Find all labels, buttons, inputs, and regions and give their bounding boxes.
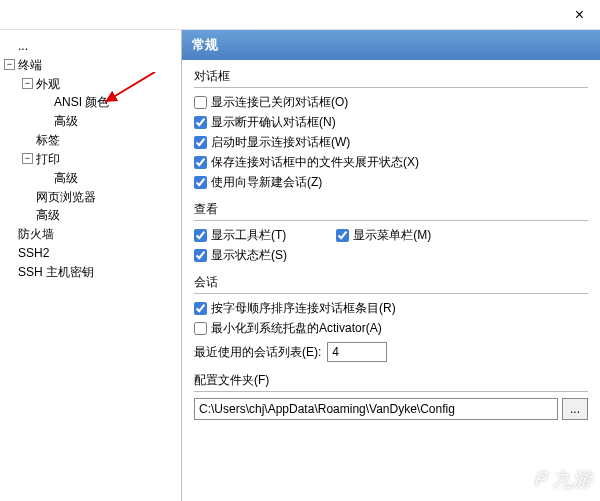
checkbox-show-statusbar[interactable] — [194, 249, 207, 262]
checkbox-show-connect-on-start[interactable] — [194, 136, 207, 149]
expand-icon[interactable]: − — [22, 153, 33, 164]
browse-button[interactable]: ... — [562, 398, 588, 420]
checkbox-label: 保存连接对话框中的文件夹展开状态(X) — [211, 154, 419, 171]
tree-item-advanced[interactable]: 高级 — [54, 114, 78, 128]
checkbox-show-menubar[interactable] — [336, 229, 349, 242]
expand-icon[interactable]: − — [22, 78, 33, 89]
group-title-session: 会话 — [194, 274, 588, 291]
tree-item-tabs[interactable]: 标签 — [36, 133, 60, 147]
checkbox-show-closed-dialog[interactable] — [194, 96, 207, 109]
tree-item-ansi[interactable]: ANSI 颜色 — [54, 95, 109, 109]
close-icon[interactable]: × — [567, 2, 592, 28]
tree-item-advanced[interactable]: 高级 — [54, 171, 78, 185]
config-folder-input[interactable] — [194, 398, 558, 420]
checkbox-label: 启动时显示连接对话框(W) — [211, 134, 350, 151]
checkbox-use-wizard[interactable] — [194, 176, 207, 189]
checkbox-disconnect-confirm[interactable] — [194, 116, 207, 129]
group-title-view: 查看 — [194, 201, 588, 218]
checkbox-minimize-tray[interactable] — [194, 322, 207, 335]
tree-item-advanced[interactable]: 高级 — [36, 208, 60, 222]
checkbox-label: 显示断开确认对话框(N) — [211, 114, 336, 131]
checkbox-label: 显示菜单栏(M) — [353, 227, 431, 244]
checkbox-sort-alpha[interactable] — [194, 302, 207, 315]
tree-item-webbrowser[interactable]: 网页浏览器 — [36, 189, 96, 203]
tree-item-appearance[interactable]: 外观 — [36, 76, 60, 90]
checkbox-label: 按字母顺序排序连接对话框条目(R) — [211, 300, 396, 317]
tree-item-firewall[interactable]: 防火墙 — [18, 227, 54, 241]
panel-header: 常规 — [182, 30, 600, 60]
expand-icon[interactable]: − — [4, 59, 15, 70]
checkbox-show-toolbar[interactable] — [194, 229, 207, 242]
checkbox-save-folder-state[interactable] — [194, 156, 207, 169]
recent-sessions-label: 最近使用的会话列表(E): — [194, 344, 321, 361]
group-title-dialog: 对话框 — [194, 68, 588, 85]
category-tree: ... −终端 −外观 ANSI 颜色 高级 标签 −打印 — [0, 30, 182, 501]
tree-item[interactable]: ... — [18, 39, 28, 53]
tree-item-sshkey[interactable]: SSH 主机密钥 — [18, 265, 94, 279]
group-title-config: 配置文件夹(F) — [194, 372, 588, 389]
checkbox-label: 最小化到系统托盘的Activator(A) — [211, 320, 382, 337]
tree-item-terminal[interactable]: 终端 — [18, 58, 42, 72]
tree-item-print[interactable]: 打印 — [36, 152, 60, 166]
checkbox-label: 显示工具栏(T) — [211, 227, 286, 244]
recent-sessions-input[interactable] — [327, 342, 387, 362]
checkbox-label: 显示状态栏(S) — [211, 247, 287, 264]
checkbox-label: 使用向导新建会话(Z) — [211, 174, 322, 191]
checkbox-label: 显示连接已关闭对话框(O) — [211, 94, 348, 111]
tree-item-ssh2[interactable]: SSH2 — [18, 246, 49, 260]
